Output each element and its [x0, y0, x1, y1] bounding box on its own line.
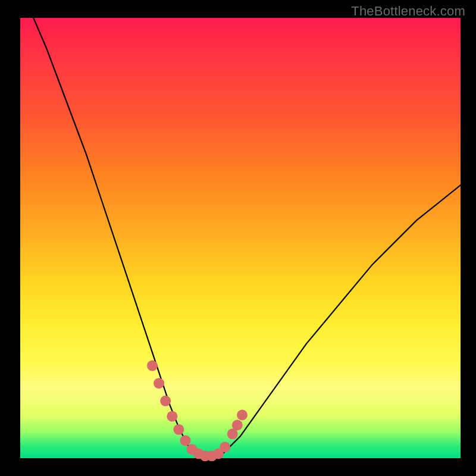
highlight-dot — [167, 411, 177, 422]
main-curve — [33, 18, 461, 458]
plot-area — [20, 18, 461, 458]
highlight-dot — [154, 378, 164, 389]
highlight-dot — [173, 424, 184, 435]
chart-svg — [20, 18, 461, 458]
highlight-dot — [180, 435, 191, 446]
highlight-dot — [220, 442, 230, 453]
chart-frame: TheBottleneck.com — [0, 0, 476, 476]
highlight-dot — [147, 361, 158, 371]
watermark-text: TheBottleneck.com — [351, 4, 465, 19]
highlight-dot — [237, 410, 248, 421]
highlight-dot — [160, 396, 171, 406]
highlight-dots — [147, 361, 248, 462]
highlight-dot — [232, 420, 243, 431]
